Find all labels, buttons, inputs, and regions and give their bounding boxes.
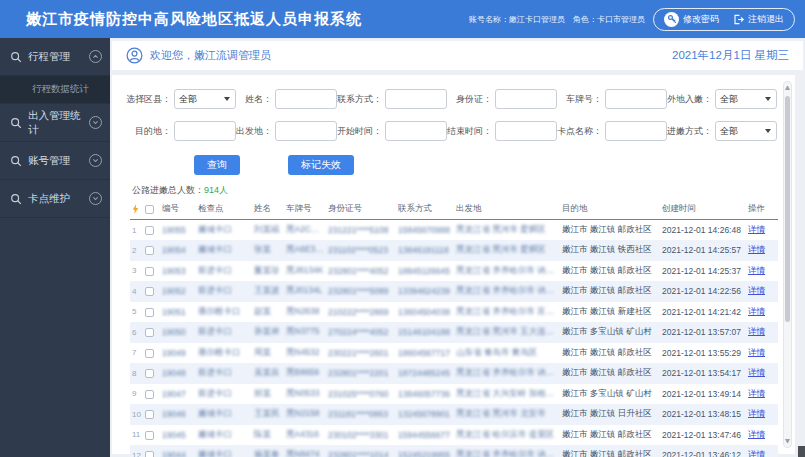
detail-link[interactable]: 详情 xyxy=(748,347,765,357)
cell-idcard: 231221****5108 xyxy=(326,220,396,241)
row-checkbox-cell xyxy=(143,240,160,261)
cell-action: 详情 xyxy=(746,220,778,241)
col-origin: 出发地 xyxy=(454,200,560,220)
row-number: 3 xyxy=(130,261,143,282)
mark-invalid-button[interactable]: 标记失效 xyxy=(288,155,354,175)
cell-phone: 18724485245 xyxy=(396,363,454,384)
change-password-button[interactable]: 修改密码 xyxy=(664,12,719,27)
row-checkbox-cell xyxy=(143,281,160,302)
detail-link[interactable]: 详情 xyxy=(748,265,765,275)
sidebar-item-entry-exit-stats[interactable]: 出入管理统计 xyxy=(0,104,110,142)
row-number: 9 xyxy=(130,384,143,405)
select-all-checkbox[interactable] xyxy=(145,205,154,214)
row-checkbox[interactable] xyxy=(145,287,154,296)
row-checkbox[interactable] xyxy=(145,451,154,457)
main-content: 欢迎您，嫩江流调管理员 2021年12月1日 星期三 选择区县： 全部 姓名： … xyxy=(112,38,805,457)
cell-id: 19054 xyxy=(160,240,196,261)
vertical-scrollbar[interactable] xyxy=(783,81,792,448)
cell-plate: 黑N0533 xyxy=(284,384,326,405)
cell-plate: 黑N2158 xyxy=(284,404,326,425)
row-checkbox[interactable] xyxy=(145,349,154,358)
cell-origin: 黑龙江省 黑河市 五大连池市 xyxy=(454,322,560,343)
row-checkbox[interactable] xyxy=(145,246,154,255)
scroll-up-arrow-icon[interactable] xyxy=(785,86,790,90)
detail-link[interactable]: 详情 xyxy=(748,449,765,457)
scrollbar-thumb[interactable] xyxy=(785,96,790,322)
detail-link[interactable]: 详情 xyxy=(748,285,765,295)
detail-link[interactable]: 详情 xyxy=(748,244,765,254)
cell-action: 详情 xyxy=(746,302,778,323)
entry-method-label: 进嫩方式： xyxy=(667,125,712,138)
cell-created: 2021-12-01 13:47:46 xyxy=(660,425,746,446)
query-button[interactable]: 查询 xyxy=(194,155,240,175)
sidebar-item-checkpoint-maintenance[interactable]: 卡点维护 xyxy=(0,180,110,218)
sidebar-item-trip-management[interactable]: 行程管理 xyxy=(0,38,110,76)
row-checkbox[interactable] xyxy=(145,390,154,399)
row-checkbox[interactable] xyxy=(145,431,154,440)
destination-input[interactable] xyxy=(174,121,236,141)
logout-button[interactable]: 注销退出 xyxy=(733,13,784,26)
welcome-text: 欢迎您，嫩江流调管理员 xyxy=(150,48,271,63)
detail-link[interactable]: 详情 xyxy=(748,367,765,377)
sidebar-item-account-management[interactable]: 账号管理 xyxy=(0,142,110,180)
sidebar-item-label: 卡点维护 xyxy=(28,192,89,206)
change-password-label: 修改密码 xyxy=(683,13,719,26)
cell-name: 赵某 xyxy=(252,302,284,323)
detail-link[interactable]: 详情 xyxy=(748,306,765,316)
sidebar-item-label: 行程管理 xyxy=(28,50,89,64)
destination-label: 目的地： xyxy=(135,125,171,138)
select-all-checkbox-cell xyxy=(143,200,160,220)
end-time-input[interactable] xyxy=(495,121,557,141)
district-label: 选择区县： xyxy=(126,93,171,106)
row-number: 6 xyxy=(130,322,143,343)
search-icon xyxy=(10,51,22,63)
cell-origin: 黑龙江省 齐齐哈尔市 讷河市 xyxy=(454,445,560,457)
origin-input[interactable] xyxy=(275,121,337,141)
row-number: 7 xyxy=(130,343,143,364)
name-input[interactable] xyxy=(275,89,337,109)
welcome-bar: 欢迎您，嫩江流调管理员 2021年12月1日 星期三 xyxy=(112,41,803,70)
row-checkbox-cell xyxy=(143,343,160,364)
checkpoint-name-input[interactable] xyxy=(605,121,667,141)
sidebar-subitem-trip-data-stats[interactable]: 行程数据统计 xyxy=(0,76,110,104)
header-actions-pill: 修改密码 注销退出 xyxy=(653,8,795,31)
row-checkbox[interactable] xyxy=(145,226,154,235)
row-checkbox[interactable] xyxy=(145,308,154,317)
detail-link[interactable]: 详情 xyxy=(748,408,765,418)
entry-method-select[interactable]: 全部 xyxy=(715,121,777,141)
district-select[interactable]: 全部 xyxy=(174,89,236,109)
cell-checkpoint: 嫩城卡口 xyxy=(196,445,252,457)
cell-idcard: 231025****0760 xyxy=(326,384,396,405)
plate-input[interactable] xyxy=(605,89,667,109)
row-checkbox[interactable] xyxy=(145,267,154,276)
cell-checkpoint: 前进卡口 xyxy=(196,261,252,282)
top-header: 嫩江市疫情防控中高风险地区抵返人员申报系统 账号名称：嫩江卡口管理员 角色：卡口… xyxy=(0,0,805,38)
outsider-entry-select[interactable]: 全部 xyxy=(715,89,777,109)
cell-destination: 嫩江市 嫩江镇 邮政社区 xyxy=(560,445,660,457)
start-time-input[interactable] xyxy=(385,121,447,141)
row-checkbox[interactable] xyxy=(145,369,154,378)
detail-link[interactable]: 详情 xyxy=(748,326,765,336)
scroll-down-arrow-icon[interactable] xyxy=(785,439,790,443)
cell-id: 19045 xyxy=(160,425,196,446)
detail-link[interactable]: 详情 xyxy=(748,429,765,439)
cell-created: 2021-12-01 14:26:48 xyxy=(660,220,746,241)
table-row: 819048前进卡口吴某良黑B8659232801****22011872448… xyxy=(130,363,778,384)
search-icon xyxy=(10,155,22,167)
row-checkbox[interactable] xyxy=(145,328,154,337)
account-role-text: 角色：卡口市管理员 xyxy=(573,14,645,25)
cell-phone: 13394624239 xyxy=(396,281,454,302)
detail-link[interactable]: 详情 xyxy=(748,388,765,398)
cell-name: 周某 xyxy=(252,343,284,364)
cell-destination: 嫩江市 多宝山镇 矿山村 xyxy=(560,384,660,405)
row-checkbox[interactable] xyxy=(145,410,154,419)
cell-id: 19055 xyxy=(160,220,196,241)
table-row: 1119045嫩城卡口陈某黑A4316230102****33011594455… xyxy=(130,425,778,446)
cell-origin: 黑龙江省 齐齐哈尔市 讷河市 xyxy=(454,281,560,302)
total-count-label: 公路进嫩总人数： xyxy=(132,185,204,195)
detail-link[interactable]: 详情 xyxy=(748,224,765,234)
cell-action: 详情 xyxy=(746,425,778,446)
contact-input[interactable] xyxy=(385,89,447,109)
idcard-input[interactable] xyxy=(495,89,557,109)
action-buttons: 查询 标记失效 xyxy=(194,155,795,175)
